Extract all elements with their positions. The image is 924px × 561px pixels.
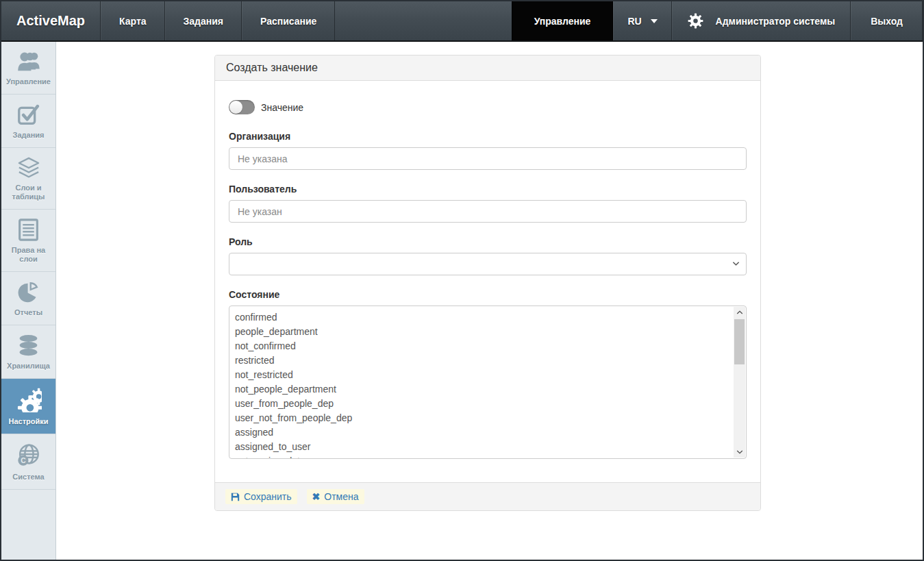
document-icon	[17, 219, 40, 241]
top-navigation-bar: ActiveMap Карта Задания Расписание Управ…	[1, 1, 923, 42]
app-logo: ActiveMap	[1, 1, 101, 40]
value-toggle-row: Значение	[229, 100, 747, 114]
sidebar: Управление Задания Слои и таблицы Права …	[1, 42, 56, 560]
floppy-icon	[231, 493, 240, 501]
save-button[interactable]: Сохранить	[225, 489, 297, 504]
state-label: Состояние	[229, 289, 747, 300]
app-window: ActiveMap Карта Задания Расписание Управ…	[0, 0, 924, 561]
value-toggle[interactable]	[229, 100, 255, 114]
sidebar-item-layer-rights[interactable]: Права на слои	[1, 210, 55, 272]
role-label: Роль	[229, 236, 747, 247]
scrollbar-thumb[interactable]	[734, 319, 745, 364]
state-option-list: confirmed people_department not_confirme…	[229, 310, 746, 459]
user-input[interactable]	[229, 200, 747, 223]
chevron-down-icon	[651, 19, 658, 23]
sidebar-item-management[interactable]: Управление	[1, 42, 55, 95]
gear-icon[interactable]	[688, 13, 703, 29]
role-select[interactable]	[229, 253, 747, 275]
state-list: confirmed people_department not_confirme…	[229, 306, 747, 459]
organization-input[interactable]	[229, 147, 747, 170]
sidebar-item-reports[interactable]: Отчеты	[1, 272, 55, 325]
state-option[interactable]: not_confirmed	[229, 339, 734, 353]
state-option[interactable]: not_people_department	[229, 382, 734, 397]
admin-user-label: Администратор системы	[716, 16, 836, 27]
scroll-up-button[interactable]	[734, 307, 745, 318]
globe-icon	[16, 443, 41, 468]
state-option[interactable]: assigned	[229, 425, 734, 440]
toggle-knob	[229, 101, 242, 114]
sidebar-item-settings[interactable]: Настройки	[1, 379, 55, 434]
panel-body: Значение Организация Пользователь Роль С…	[215, 81, 760, 482]
sidebar-item-system[interactable]: Система	[1, 434, 55, 490]
database-icon	[17, 334, 40, 357]
organization-label: Организация	[229, 131, 747, 142]
chevron-down-icon	[736, 449, 743, 455]
content-area: Управление Задания Слои и таблицы Права …	[1, 42, 923, 560]
panel-footer: Сохранить ✖ Отмена	[215, 482, 760, 510]
nav-item-map[interactable]: Карта	[101, 1, 165, 40]
scroll-down-button[interactable]	[734, 447, 745, 458]
sidebar-item-layers-tables[interactable]: Слои и таблицы	[1, 148, 55, 210]
value-toggle-label: Значение	[261, 102, 303, 113]
gears-icon	[16, 388, 42, 412]
state-option[interactable]: user_not_from_people_dep	[229, 411, 734, 425]
create-value-panel: Создать значение Значение Организация По…	[214, 55, 761, 511]
sidebar-item-storage[interactable]: Хранилища	[1, 325, 55, 379]
nav-item-schedule[interactable]: Расписание	[242, 1, 335, 40]
topbar-spacer	[335, 1, 511, 40]
state-option[interactable]: confirmed	[229, 310, 734, 325]
admin-section[interactable]: Администратор системы	[672, 1, 851, 40]
state-option[interactable]: not_restricted	[229, 368, 734, 382]
main-area: Создать значение Значение Организация По…	[56, 42, 923, 560]
state-option[interactable]: assigned_to_user	[229, 440, 734, 454]
users-icon	[14, 51, 43, 73]
layers-icon	[17, 157, 40, 179]
panel-title: Создать значение	[215, 55, 760, 81]
chevron-down-icon	[732, 261, 740, 266]
logout-button[interactable]: Выход	[851, 1, 923, 40]
nav-item-tasks[interactable]: Задания	[165, 1, 242, 40]
language-dropdown[interactable]: RU	[613, 1, 671, 40]
user-label: Пользователь	[229, 184, 747, 195]
checkbox-icon	[17, 103, 40, 126]
state-option[interactable]: user_from_people_dep	[229, 397, 734, 411]
chevron-up-icon	[736, 310, 743, 315]
sidebar-item-tasks[interactable]: Задания	[1, 95, 55, 148]
state-option[interactable]: not_assigned_to_user	[229, 454, 734, 459]
cancel-button[interactable]: ✖ Отмена	[307, 489, 364, 504]
pie-chart-icon	[17, 281, 40, 303]
x-icon: ✖	[312, 492, 321, 501]
state-option[interactable]: restricted	[229, 353, 734, 368]
state-option[interactable]: people_department	[229, 325, 734, 339]
state-list-scrollbar[interactable]	[734, 307, 745, 458]
language-label: RU	[627, 16, 641, 27]
nav-item-management-active[interactable]: Управление	[512, 1, 614, 40]
